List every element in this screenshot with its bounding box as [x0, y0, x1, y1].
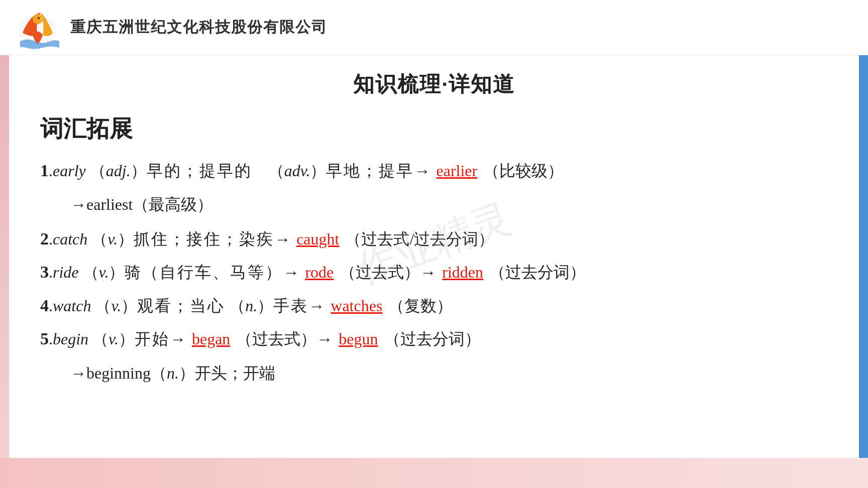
- item5-label2: （过去分词）: [384, 330, 481, 348]
- main-container: 重庆五洲世纪文化科技股份有限公司 作业精灵 知识梳理·详知道 词汇拓展 1.ea…: [0, 0, 868, 488]
- bottom-bar: [0, 458, 868, 488]
- item4-pos-n: n.: [245, 297, 257, 315]
- item5-answer2: begun: [337, 330, 380, 348]
- item1-number: 1: [40, 161, 49, 180]
- item1-label1: （比较级）: [483, 162, 564, 180]
- item3-meaning: 骑（自行车、马等）: [125, 263, 283, 281]
- item5-answer3: beginning: [86, 364, 151, 382]
- vocab-item-2: 2.catch （v.）抓住；接住；染疾→ caught （过去式/过去分词）: [40, 225, 828, 253]
- item4-label: （复数）: [388, 297, 453, 315]
- item1-meaning-adj: 早的；提早的: [147, 162, 252, 180]
- item3-label1: （过去式）: [340, 263, 420, 281]
- content-area: 知识梳理·详知道 词汇拓展 1.early （adj.）早的；提早的 （adv.…: [0, 55, 868, 488]
- item1-answer2: earliest: [86, 195, 133, 213]
- item5-label1: （过去式）: [236, 330, 316, 348]
- vocab-item-1: 1.early （adj.）早的；提早的 （adv.）早地；提早→ earlie…: [40, 157, 828, 184]
- logo: [15, 5, 60, 50]
- item2-answer: caught: [294, 230, 341, 248]
- item5-answer1: began: [190, 330, 232, 348]
- item3-word: ride: [53, 263, 79, 281]
- item4-word: watch: [53, 297, 91, 315]
- vocab-section-title: 词汇拓展: [40, 113, 828, 145]
- item5-word: begin: [53, 330, 88, 348]
- item2-pos: v.: [107, 230, 118, 248]
- item3-answer1: rode: [303, 263, 336, 281]
- item3-label2: （过去分词）: [489, 263, 586, 281]
- item3-number: 3: [40, 263, 49, 281]
- item4-meaning-n: 手表: [273, 297, 308, 315]
- item3-pos: v.: [99, 263, 109, 281]
- vocab-item-5: 5.begin （v.）开始→ began （过去式）→ begun （过去分词…: [40, 325, 828, 352]
- item4-number: 4: [40, 296, 49, 315]
- item5-number: 5: [40, 329, 49, 348]
- item1-pos-adv: adv.: [284, 162, 310, 180]
- item1-answer1: earlier: [434, 162, 479, 180]
- vocab-item-1-line2: →earliest（最高级）: [70, 190, 828, 219]
- item2-number: 2: [40, 229, 49, 248]
- item1-word: early: [53, 162, 86, 180]
- item1-pos-adj: adj.: [106, 162, 131, 180]
- header: 重庆五洲世纪文化科技股份有限公司: [0, 0, 868, 55]
- vocab-item-4: 4.watch （v.）观看；当心 （n.）手表→ watches （复数）: [40, 292, 828, 319]
- vocab-item-3: 3.ride （v.）骑（自行车、马等）→ rode （过去式）→ ridden…: [40, 259, 828, 286]
- company-name: 重庆五洲世纪文化科技股份有限公司: [70, 17, 328, 38]
- item5-pos: v.: [108, 330, 119, 348]
- item4-answer: watches: [329, 297, 384, 315]
- item4-meaning-v: 观看；当心: [137, 297, 225, 315]
- page-title: 知识梳理·详知道: [40, 70, 828, 98]
- item1-dot: .: [49, 162, 53, 180]
- svg-point-2: [38, 17, 40, 19]
- item2-label: （过去式/过去分词）: [345, 230, 494, 248]
- item3-answer2: ridden: [440, 263, 485, 281]
- item2-meaning: 抓住；接住；染疾: [134, 230, 274, 248]
- item5-meaning: 开始: [135, 330, 170, 348]
- vocab-item-5-line2: →beginning（n.）开头；开端: [70, 359, 828, 388]
- item2-word: catch: [53, 230, 87, 248]
- item4-pos-v: v.: [111, 297, 121, 315]
- item1-meaning-adv: 早地；提早: [326, 162, 414, 180]
